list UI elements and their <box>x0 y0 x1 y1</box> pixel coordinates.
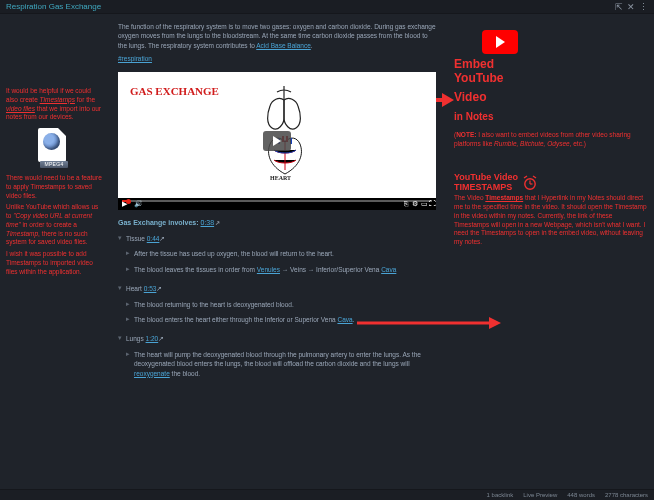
chevron-right-icon[interactable]: ▸ <box>126 249 130 257</box>
mpeg4-file-icon: MPEG4 <box>38 128 70 168</box>
fullscreen-icon[interactable]: ⛶ <box>429 199 436 209</box>
svg-marker-8 <box>489 317 501 329</box>
play-icon[interactable]: ▶ <box>122 199 127 209</box>
cava-link[interactable]: Cava <box>337 316 352 323</box>
bullet-lungs: ▾ Lungs 1:20↗ <box>118 334 436 343</box>
external-link-icon[interactable]: ↗ <box>159 235 165 242</box>
timestamp-link[interactable]: 0:53 <box>144 285 157 292</box>
alarm-clock-icon <box>522 175 538 191</box>
left-note-1: It would be helpful if we could also cre… <box>6 87 102 122</box>
embed-note: (NOTE: I also want to embed videos from … <box>454 131 648 149</box>
cava-link[interactable]: Cava <box>381 266 396 273</box>
chevron-right-icon[interactable]: ▸ <box>126 350 130 358</box>
statusbar: 1 backlink Live Preview 448 words 2778 c… <box>0 489 654 500</box>
timestamp-link[interactable]: 1:20 <box>146 335 159 342</box>
word-count: 448 words <box>567 492 595 498</box>
timestamps-body: The Video Timestamps that I Hyperlink in… <box>454 194 648 247</box>
right-annotation-column: Embed YouTube Video in Notes (NOTE: I al… <box>446 14 654 489</box>
embed-heading-2: YouTube <box>454 72 648 86</box>
svg-marker-1 <box>442 93 454 107</box>
left-note-3: Unlike YouTube which allows us to "Copy … <box>6 203 102 247</box>
reoxygenate-link[interactable]: reoxygenate <box>134 370 170 377</box>
intro-paragraph: The function of the respiratory system i… <box>118 22 436 50</box>
video-overlay-title: GAS EXCHANGE <box>130 84 219 100</box>
venules-link[interactable]: Venules <box>257 266 280 273</box>
embed-subheading: in Notes <box>454 110 648 124</box>
more-icon[interactable]: ⋮ <box>639 2 648 12</box>
svg-line-6 <box>533 176 536 178</box>
gas-exchange-heading: Gas Exchange involves: 0:38↗ <box>118 218 436 228</box>
backlink-count[interactable]: 1 backlink <box>487 492 514 498</box>
arrow-right-icon <box>355 316 501 330</box>
lungs-drawing <box>244 82 324 138</box>
titlebar: Respiration Gas Exchange ⇱ ✕ ⋮ <box>0 0 654 14</box>
chevron-down-icon[interactable]: ▾ <box>118 284 122 292</box>
bullet-heart-1: ▸The blood returning to the heart is deo… <box>126 300 436 309</box>
youtube-icon[interactable]: ▭ <box>421 199 428 209</box>
captions-icon[interactable]: ⎘ <box>404 199 408 209</box>
youtube-embed[interactable]: GAS EXCHANGE HEART ▶ <box>118 72 436 210</box>
char-count: 2778 characters <box>605 492 648 498</box>
bullet-tissue: ▾ Tissue 0:44↗ <box>118 234 436 243</box>
external-link-icon[interactable]: ↗ <box>158 335 164 342</box>
main-area: It would be helpful if we could also cre… <box>0 14 654 489</box>
play-button-icon[interactable] <box>263 131 291 151</box>
bullet-lungs-1: ▸The heart will pump the deoxygenated bl… <box>126 350 436 378</box>
chevron-down-icon[interactable]: ▾ <box>118 234 122 242</box>
heart-label: HEART <box>270 174 291 183</box>
file-icon-label: MPEG4 <box>40 161 68 168</box>
chevron-right-icon[interactable]: ▸ <box>126 300 130 308</box>
timestamps-heading: YouTube Video TIMESTAMPS <box>454 173 648 193</box>
page-title: Respiration Gas Exchange <box>6 2 101 11</box>
youtube-logo-icon <box>482 30 518 54</box>
left-annotation-column: It would be helpful if we could also cre… <box>0 14 108 489</box>
editor-mode[interactable]: Live Preview <box>523 492 557 498</box>
chevron-right-icon[interactable]: ▸ <box>126 315 130 323</box>
embed-heading-3: Video <box>454 86 648 110</box>
bullet-tissue-1: ▸After the tissue has used up oxygen, th… <box>126 249 436 258</box>
acid-base-link[interactable]: Acid Base Balance <box>256 42 311 49</box>
timestamp-link[interactable]: 0:38 <box>201 219 215 226</box>
left-note-4: I wish it was possible to add Timestamps… <box>6 250 102 276</box>
video-controls[interactable]: ▶ 🔊 ⎘ ⚙ ▭ ⛶ <box>118 198 436 210</box>
link-icon[interactable]: ⇱ <box>615 2 623 12</box>
note-content: The function of the respiratory system i… <box>108 14 446 489</box>
bullet-heart: ▾ Heart 0:53↗ <box>118 284 436 293</box>
timestamp-link[interactable]: 0:44 <box>147 235 160 242</box>
left-note-2: There would need to be a feature to appl… <box>6 174 102 200</box>
volume-icon[interactable]: 🔊 <box>134 199 143 209</box>
chevron-down-icon[interactable]: ▾ <box>118 334 122 342</box>
bullet-tissue-2: ▸The blood leaves the tissues in order f… <box>126 265 436 274</box>
chevron-right-icon[interactable]: ▸ <box>126 265 130 273</box>
external-link-icon[interactable]: ↗ <box>156 285 162 292</box>
external-link-icon[interactable]: ↗ <box>215 220 220 226</box>
close-icon[interactable]: ✕ <box>627 2 635 12</box>
svg-line-5 <box>524 176 527 178</box>
embed-heading-1: Embed <box>454 58 648 72</box>
hashtag-link[interactable]: #respiration <box>118 54 152 63</box>
settings-icon[interactable]: ⚙ <box>412 199 418 209</box>
